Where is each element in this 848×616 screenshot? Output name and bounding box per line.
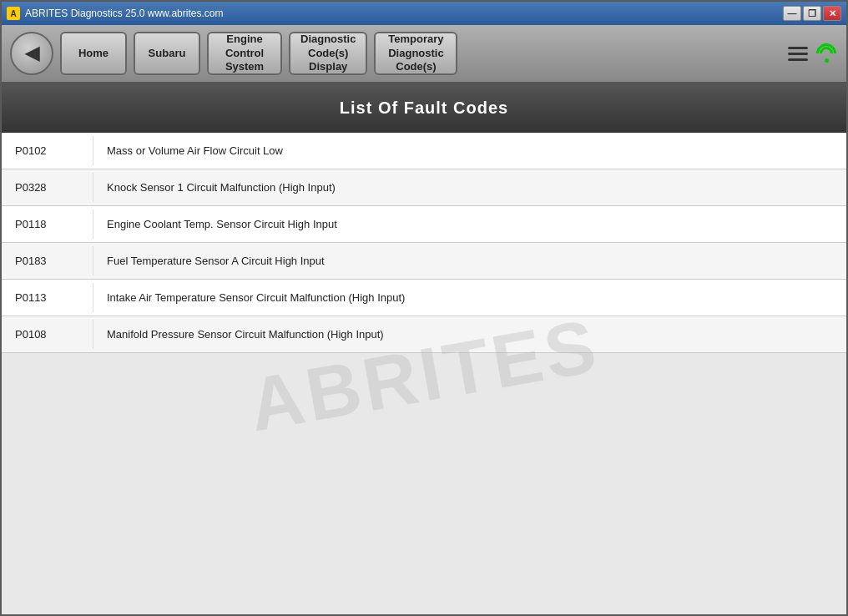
fault-code: P0108: [2, 320, 93, 349]
main-content: List Of Fault Codes P0102Mass or Volume …: [2, 83, 846, 616]
fault-row[interactable]: P0108Manifold Pressure Sensor Circuit Ma…: [2, 316, 846, 353]
engine-control-button[interactable]: Engine Control System: [207, 32, 282, 75]
title-bar-controls: — ❒ ✕: [783, 6, 841, 21]
app-icon: A: [7, 7, 20, 20]
minimize-button[interactable]: —: [783, 6, 801, 21]
back-button[interactable]: ◀: [10, 32, 53, 75]
fault-row[interactable]: P0183Fuel Temperature Sensor A Circuit H…: [2, 243, 846, 280]
close-button[interactable]: ✕: [823, 6, 841, 21]
fault-description: Mass or Volume Air Flow Circuit Low: [93, 136, 846, 165]
toolbar-icons: [788, 43, 838, 63]
temp-diagnostic-label: Temporary Diagnostic Code(s): [388, 33, 443, 75]
app-title: ABRITES Diagnostics 25.0 www.abrites.com: [25, 8, 223, 19]
fault-row[interactable]: P0102Mass or Volume Air Flow Circuit Low: [2, 133, 846, 169]
title-bar-left: A ABRITES Diagnostics 25.0 www.abrites.c…: [7, 7, 223, 20]
fault-row[interactable]: P0328Knock Sensor 1 Circuit Malfunction …: [2, 169, 846, 206]
fault-row[interactable]: P0113Intake Air Temperature Sensor Circu…: [2, 280, 846, 316]
fault-description: Engine Coolant Temp. Sensor Circuit High…: [93, 210, 846, 239]
toolbar: ◀ Home Subaru Engine Control System Diag…: [2, 25, 846, 83]
engine-control-label: Engine Control System: [225, 33, 264, 75]
fault-table: P0102Mass or Volume Air Flow Circuit Low…: [2, 133, 846, 353]
fault-code: P0328: [2, 173, 93, 202]
subaru-button[interactable]: Subaru: [134, 32, 200, 75]
fault-description: Knock Sensor 1 Circuit Malfunction (High…: [93, 173, 846, 202]
diagnostic-codes-label: Diagnostic Code(s) Display: [300, 33, 356, 75]
fault-code: P0102: [2, 136, 93, 165]
fault-description: Manifold Pressure Sensor Circuit Malfunc…: [93, 320, 846, 349]
menu-icon[interactable]: [788, 47, 808, 61]
title-bar: A ABRITES Diagnostics 25.0 www.abrites.c…: [2, 2, 846, 25]
fault-code: P0113: [2, 283, 93, 312]
fault-description: Intake Air Temperature Sensor Circuit Ma…: [93, 283, 846, 312]
page-title: List Of Fault Codes: [2, 83, 846, 133]
wifi-icon[interactable]: [815, 43, 838, 63]
home-button[interactable]: Home: [60, 32, 127, 75]
maximize-button[interactable]: ❒: [803, 6, 821, 21]
fault-code: P0118: [2, 210, 93, 239]
fault-code: P0183: [2, 246, 93, 275]
diagnostic-codes-button[interactable]: Diagnostic Code(s) Display: [289, 32, 367, 75]
fault-description: Fuel Temperature Sensor A Circuit High I…: [93, 246, 846, 275]
temp-diagnostic-button[interactable]: Temporary Diagnostic Code(s): [374, 32, 457, 75]
fault-row[interactable]: P0118Engine Coolant Temp. Sensor Circuit…: [2, 206, 846, 243]
